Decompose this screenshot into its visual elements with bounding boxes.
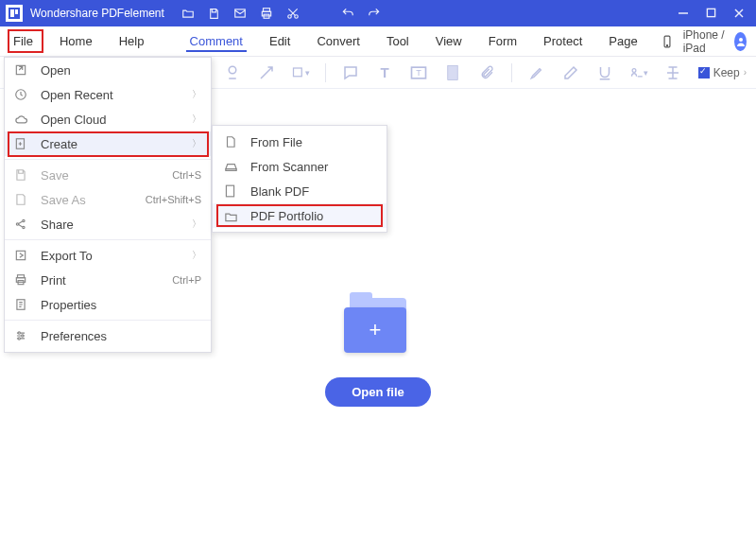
maximize-icon[interactable] (706, 8, 716, 19)
file-menu-export[interactable]: Export To 〉 (5, 243, 211, 268)
file-icon (224, 135, 239, 148)
create-submenu-label: PDF Portfolio (250, 209, 323, 223)
keep-toggle[interactable]: Keep › (698, 66, 747, 79)
arrow-tool-icon[interactable] (257, 63, 276, 82)
create-icon (14, 137, 29, 150)
drop-folder-graphic[interactable]: + (344, 298, 412, 353)
textbox-tool-icon[interactable]: T (409, 63, 428, 82)
plus-icon: + (369, 318, 382, 342)
svg-point-33 (18, 332, 20, 334)
chevron-right-icon: 〉 (192, 218, 201, 231)
app-title: Wondershare PDFelement (30, 7, 164, 20)
menu-home[interactable]: Home (56, 30, 96, 52)
svg-point-35 (18, 338, 20, 340)
create-submenu-label: Blank PDF (250, 184, 309, 199)
svg-rect-1 (10, 9, 14, 17)
svg-rect-2 (15, 9, 18, 14)
signature-tool-icon[interactable]: ▾ (629, 63, 648, 82)
eraser-tool-icon[interactable] (561, 63, 580, 82)
menu-convert[interactable]: Convert (313, 30, 364, 52)
svg-point-14 (666, 44, 667, 45)
file-menu-label: Create (41, 137, 180, 151)
attachment-tool-icon[interactable] (477, 63, 496, 82)
menu-file[interactable]: File (9, 30, 37, 52)
save-qat-icon[interactable] (208, 8, 220, 20)
mail-icon[interactable] (233, 7, 247, 20)
area-tool-icon[interactable] (443, 63, 462, 82)
menu-protect[interactable]: Protect (540, 30, 586, 52)
svg-rect-10 (707, 9, 714, 16)
svg-point-25 (16, 223, 18, 225)
properties-icon (14, 298, 29, 311)
svg-rect-36 (226, 185, 233, 197)
device-icon[interactable] (661, 35, 674, 48)
file-menu-preferences[interactable]: Preferences (5, 323, 211, 348)
menu-help[interactable]: Help (115, 30, 148, 52)
saveas-icon (14, 193, 29, 206)
file-menu-open[interactable]: Open (5, 58, 211, 82)
file-menu-properties[interactable]: Properties (5, 292, 211, 317)
file-menu-save-as[interactable]: Save As Ctrl+Shift+S (5, 187, 211, 212)
open-file-button[interactable]: Open file (325, 377, 431, 407)
save-icon (14, 168, 29, 182)
chevron-right-icon: › (744, 67, 747, 78)
menu-edit[interactable]: Edit (266, 30, 294, 52)
scanner-icon (224, 160, 239, 173)
open-icon (14, 63, 29, 77)
menu-page[interactable]: Page (605, 30, 641, 52)
portfolio-icon (224, 210, 239, 222)
menu-tool[interactable]: Tool (383, 30, 413, 52)
create-submenu: From File From Scanner Blank PDF PDF Por… (212, 125, 387, 233)
folder-open-icon[interactable] (181, 7, 195, 20)
file-menu-save[interactable]: Save Ctrl+S (5, 163, 211, 187)
menu-form[interactable]: Form (485, 30, 521, 52)
stamp-tool-icon[interactable] (223, 63, 242, 82)
keep-checkbox-icon (698, 67, 710, 78)
app-logo (6, 5, 23, 22)
file-menu-label: Save As (41, 193, 134, 207)
create-from-scanner[interactable]: From Scanner (213, 154, 387, 179)
create-blank-pdf[interactable]: Blank PDF (213, 179, 387, 203)
create-from-file[interactable]: From File (213, 130, 387, 154)
svg-rect-20 (448, 65, 458, 79)
export-icon (14, 249, 29, 262)
svg-rect-17 (294, 68, 302, 77)
print-icon (14, 273, 29, 287)
svg-point-27 (23, 226, 25, 228)
file-menu-open-cloud[interactable]: Open Cloud 〉 (5, 107, 211, 131)
menu-separator (5, 239, 211, 240)
menu-comment[interactable]: Comment (186, 30, 247, 52)
share-icon (14, 218, 29, 231)
note-tool-icon[interactable] (341, 63, 360, 82)
redo-icon[interactable] (368, 7, 381, 20)
file-menu-label: Open Recent (41, 88, 180, 102)
highlight-tool-icon[interactable] (527, 63, 546, 82)
undo-icon[interactable] (341, 7, 354, 20)
print-qat-icon[interactable] (260, 7, 273, 20)
menu-bar: File Home Help Comment Edit Convert Tool… (0, 26, 756, 57)
file-menu-print[interactable]: Print Ctrl+P (5, 268, 211, 292)
create-submenu-label: From File (250, 135, 302, 149)
file-menu-label: Print (41, 273, 161, 288)
user-avatar[interactable] (734, 32, 747, 51)
underline-tool-icon[interactable] (595, 63, 614, 82)
strikethrough-tool-icon[interactable] (663, 63, 682, 82)
file-dropdown-menu: Open Open Recent 〉 Open Cloud 〉 Create 〉… (4, 57, 212, 353)
menu-view[interactable]: View (432, 30, 466, 52)
close-icon[interactable] (733, 8, 745, 19)
svg-point-34 (22, 335, 24, 337)
file-menu-create[interactable]: Create 〉 (5, 131, 211, 156)
svg-point-26 (23, 219, 25, 221)
chevron-right-icon: 〉 (192, 137, 201, 150)
file-menu-shortcut: Ctrl+Shift+S (146, 194, 201, 205)
text-tool-icon[interactable]: T (375, 63, 394, 82)
file-menu-open-recent[interactable]: Open Recent 〉 (5, 82, 211, 107)
create-pdf-portfolio[interactable]: PDF Portfolio (213, 203, 387, 228)
device-label[interactable]: iPhone / iPad (683, 28, 726, 55)
file-menu-share[interactable]: Share 〉 (5, 212, 211, 236)
file-menu-shortcut: Ctrl+S (172, 169, 201, 181)
create-submenu-label: From Scanner (250, 160, 328, 174)
cut-icon[interactable] (286, 7, 300, 20)
shape-tool-icon[interactable]: ▾ (291, 63, 310, 82)
minimize-icon[interactable] (678, 8, 689, 19)
